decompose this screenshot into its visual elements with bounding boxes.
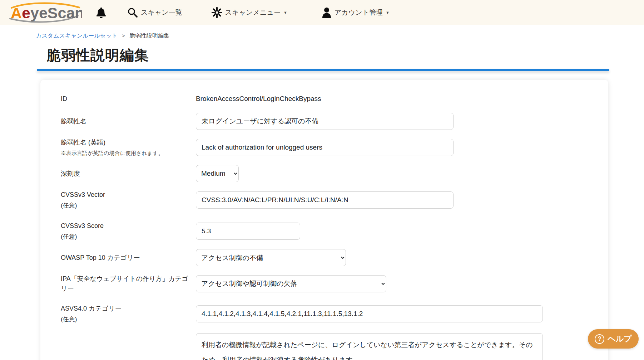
owasp-label: OWASP Top 10 カテゴリー (61, 253, 196, 262)
owasp-category-select[interactable]: アクセス制御の不備 (196, 249, 346, 266)
vuln-name-en-note: ※表示言語が英語の場合に使用されます。 (61, 149, 189, 157)
aeyescan-logo[interactable]: AeyeScan (6, 2, 82, 23)
vuln-name-en-label-block: 脆弱性名 (英語) ※表示言語が英語の場合に使用されます。 (61, 138, 196, 157)
form-row-vuln-name: 脆弱性名 (61, 113, 587, 130)
help-button-label: ヘルプ (608, 334, 632, 344)
breadcrumb: カスタムスキャンルールセット > 脆弱性説明編集 (36, 32, 644, 40)
nav-scan-menu[interactable]: スキャンメニュー ▼ (212, 7, 287, 18)
page-title: 脆弱性説明編集 (46, 45, 644, 65)
form-row-cvss-score: CVSSv3 Score (任意) (61, 221, 587, 242)
cvss-vector-label-block: CVSSv3 Vector (任意) (61, 190, 196, 210)
asvs-categories-input[interactable] (196, 305, 543, 322)
cvss-score-optional: (任意) (61, 233, 189, 242)
description-textarea[interactable]: 利用者の機微情報が記載されたページに、ログインしていない第三者がアクセスすること… (196, 333, 543, 360)
form-row-severity: 深刻度 Medium (61, 165, 587, 182)
cvss-score-label-block: CVSSv3 Score (任意) (61, 221, 196, 242)
cvss-vector-label: CVSSv3 Vector (61, 190, 189, 199)
cvss-vector-optional: (任意) (61, 201, 189, 210)
vuln-name-en-label: 脆弱性名 (英語) (61, 138, 189, 147)
form-row-ipa: IPA「安全なウェブサイトの作り方」カテゴリー アクセス制御や認可制御の欠落 (61, 274, 587, 293)
form-row-id: ID BrokenAccessControl/LoginCheckBypass (61, 94, 587, 103)
breadcrumb-separator: > (122, 33, 125, 39)
nav-scan-list[interactable]: スキャン一覧 (127, 7, 182, 18)
svg-text:AeyeScan: AeyeScan (11, 4, 82, 21)
aeyescan-logo-graphic: AeyeScan (6, 2, 82, 23)
form-row-vuln-name-en: 脆弱性名 (英語) ※表示言語が英語の場合に使用されます。 (61, 138, 587, 157)
ipa-category-select[interactable]: アクセス制御や認可制御の欠落 (196, 275, 386, 292)
top-navigation-bar: AeyeScan スキャン一覧 (0, 0, 644, 25)
vuln-name-en-input[interactable] (196, 139, 454, 156)
severity-label: 深刻度 (61, 169, 196, 178)
severity-select[interactable]: Medium (196, 165, 239, 182)
breadcrumb-link-custom-scan-ruleset[interactable]: カスタムスキャンルールセット (36, 33, 118, 39)
help-button[interactable]: ? ヘルプ (588, 329, 639, 349)
nav-scan-menu-label: スキャンメニュー (225, 8, 281, 17)
asvs-label-block: ASVS4.0 カテゴリー (任意) (61, 304, 196, 324)
id-label: ID (61, 94, 196, 103)
notifications-bell-icon[interactable] (96, 7, 106, 18)
form-row-cvss-vector: CVSSv3 Vector (任意) (61, 190, 587, 210)
vulnerability-edit-form-card: ID BrokenAccessControl/LoginCheckBypass … (40, 80, 608, 360)
form-row-asvs: ASVS4.0 カテゴリー (任意) (61, 304, 587, 324)
cvss-vector-input[interactable] (196, 191, 454, 209)
asvs-label: ASVS4.0 カテゴリー (61, 304, 189, 313)
search-icon (127, 7, 138, 18)
nav-account-management[interactable]: アカウント管理 ▼ (322, 7, 390, 18)
cvss-score-input[interactable] (196, 223, 300, 240)
id-value: BrokenAccessControl/LoginCheckBypass (196, 95, 321, 103)
cvss-score-label: CVSSv3 Score (61, 221, 189, 230)
nav-account-management-label: アカウント管理 (335, 8, 383, 17)
user-icon (322, 7, 332, 18)
form-row-description: 利用者の機微情報が記載されたページに、ログインしていない第三者がアクセスすること… (61, 333, 587, 360)
vuln-name-input[interactable] (196, 113, 454, 130)
asvs-optional: (任意) (61, 315, 189, 324)
form-row-owasp: OWASP Top 10 カテゴリー アクセス制御の不備 (61, 249, 587, 266)
vuln-name-label: 脆弱性名 (61, 117, 196, 126)
title-underline (37, 69, 609, 71)
ipa-label: IPA「安全なウェブサイトの作り方」カテゴリー (61, 274, 196, 293)
gear-icon (212, 7, 222, 18)
chevron-down-icon: ▼ (283, 10, 287, 15)
nav-scan-list-label: スキャン一覧 (141, 8, 182, 17)
question-mark-icon: ? (595, 334, 604, 344)
breadcrumb-current: 脆弱性説明編集 (129, 33, 169, 39)
chevron-down-icon: ▼ (386, 10, 390, 15)
